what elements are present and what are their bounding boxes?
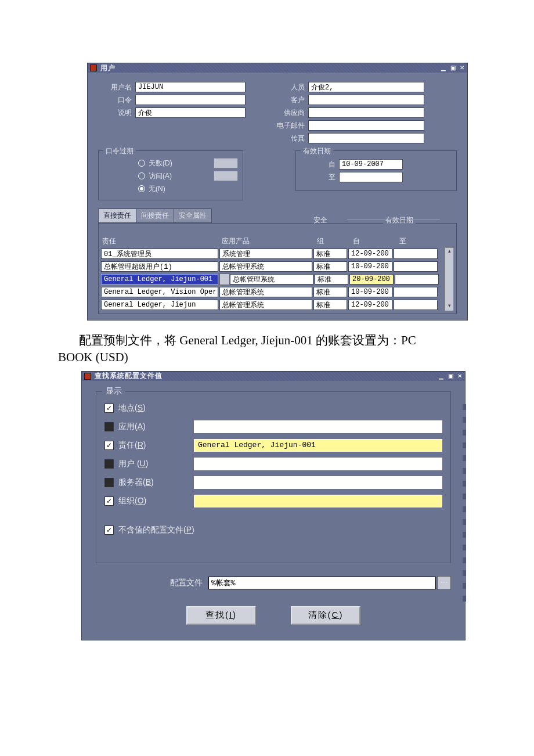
checkbox[interactable] [104,422,114,431]
check-input[interactable] [194,439,442,452]
visit-input[interactable] [214,171,238,181]
cell-to[interactable] [394,261,438,272]
cell-from[interactable] [349,274,394,285]
cell-to[interactable] [394,300,438,310]
cell-resp[interactable] [101,300,218,310]
person-field[interactable] [308,82,424,92]
days-input[interactable] [214,158,238,168]
cell-resp[interactable] [101,249,218,259]
checkbox[interactable] [104,478,114,487]
cell-to[interactable] [395,274,439,285]
label-customer: 客户 [272,95,308,105]
supplier-field[interactable] [308,107,424,118]
find-button[interactable]: 查找(I) [186,606,256,625]
fax-field[interactable] [308,133,424,143]
cell-app[interactable] [219,287,312,297]
password-expire-group: 口令过期 天数(D) 访问(A) 无 [98,150,243,200]
responsibility-grid: 安全 有效日期 责任 应用产品 组 自 至 ⋯ ▴ ▾ [98,223,457,314]
table-row[interactable]: ⋯ [101,273,445,286]
cell-to[interactable] [394,287,438,297]
check-label: 组织(O) [118,496,194,506]
table-row[interactable] [101,286,445,298]
username-field[interactable] [135,82,246,92]
check-input[interactable] [194,420,442,433]
checkbox[interactable]: ✓ [104,496,114,506]
close-icon[interactable]: ✕ [458,64,466,72]
check-row: 用户 (U) [104,455,442,473]
close-icon-2[interactable]: ✕ [456,372,464,380]
restore-icon[interactable]: ▣ [449,64,457,72]
valid-from-field[interactable] [339,159,403,170]
tab-indirect-resp[interactable]: 间接责任 [136,208,174,223]
scroll-up-icon[interactable]: ▴ [445,248,453,256]
cell-app[interactable] [219,261,312,272]
cell-group[interactable] [313,249,347,259]
minimize-icon-2[interactable]: ▁ [437,372,445,380]
radio-visit-label: 访问(A) [149,171,172,181]
checkbox[interactable]: ✓ [104,404,114,413]
email-field[interactable] [308,120,424,131]
cell-from[interactable] [348,261,392,272]
cell-group[interactable] [313,261,347,272]
check-label: 用户 (U) [118,459,194,469]
restore-icon-2[interactable]: ▣ [446,372,454,380]
scroll-down-icon[interactable]: ▾ [445,303,453,311]
radio-visit[interactable] [138,172,145,179]
cell-group[interactable] [313,287,347,297]
valid-to-field[interactable] [339,172,403,182]
cell-from[interactable] [348,300,392,310]
display-group: 显示 ✓地点(S)应用(A)✓责任(R)用户 (U)服务器(B)✓组织(O) ✓… [96,391,451,563]
table-row[interactable] [101,260,445,273]
titlebar[interactable]: 用户 ▁ ▣ ✕ [88,63,467,73]
legend-display: 显示 [102,386,125,397]
resp-lov-button[interactable]: ⋯ [219,273,230,285]
check-label: 应用(A) [118,422,194,432]
cell-resp[interactable] [101,261,218,272]
cell-app[interactable] [219,300,312,310]
cell-app[interactable] [219,249,312,259]
clear-button-label: 清除(C) [308,610,344,620]
description-field[interactable] [135,107,246,118]
profile-lov-button[interactable]: ⋯ [437,576,451,590]
check-input[interactable] [194,458,442,470]
app-icon-2 [84,373,91,380]
cell-to[interactable] [394,249,438,259]
table-row[interactable] [101,298,445,311]
cell-from[interactable] [348,249,392,259]
grid-safety-head: 安全 [313,215,327,225]
label-username: 用户名 [98,82,135,92]
app-icon [90,64,97,71]
check-label: 服务器(B) [118,477,194,488]
grid-valid-date-head: 有效日期 [383,215,416,225]
minimize-icon[interactable]: ▁ [439,64,448,72]
profile-input[interactable] [208,577,436,589]
cell-from[interactable] [348,287,392,297]
tab-security-attr[interactable]: 安全属性 [174,208,212,223]
grid-scrollbar[interactable]: ▴ ▾ [445,247,454,311]
customer-field[interactable] [308,95,424,105]
label-description: 说明 [98,108,135,118]
checkbox[interactable] [104,459,114,469]
tab-direct-resp[interactable]: 直接责任 [98,208,136,223]
label-from: 自 [301,160,339,170]
radio-none[interactable] [138,185,145,192]
password-field[interactable] [135,95,246,105]
check-row: ✓组织(O) [104,492,442,510]
table-row[interactable] [101,247,445,260]
cell-resp[interactable] [101,287,218,297]
cell-group[interactable] [313,300,347,310]
find-profile-window: 查找系统配置文件值 ▁ ▣ ✕ 显示 ✓地点(S)应用(A)✓责任(R)用户 (… [81,371,466,640]
check-input[interactable] [194,495,442,507]
cell-app[interactable] [230,274,313,285]
cell-resp[interactable] [101,274,218,285]
cell-group[interactable] [315,274,348,285]
check-input[interactable] [194,476,442,489]
label-person: 人员 [272,82,308,92]
find-button-label: 查找(I) [205,610,237,620]
radio-days[interactable] [138,160,145,167]
col-resp: 责任 [101,236,221,246]
clear-button[interactable]: 清除(C) [291,606,360,625]
titlebar-2[interactable]: 查找系统配置文件值 ▁ ▣ ✕ [82,372,465,381]
checkbox[interactable]: ✓ [104,441,114,450]
check-novalue-profile[interactable]: ✓ [104,525,114,535]
